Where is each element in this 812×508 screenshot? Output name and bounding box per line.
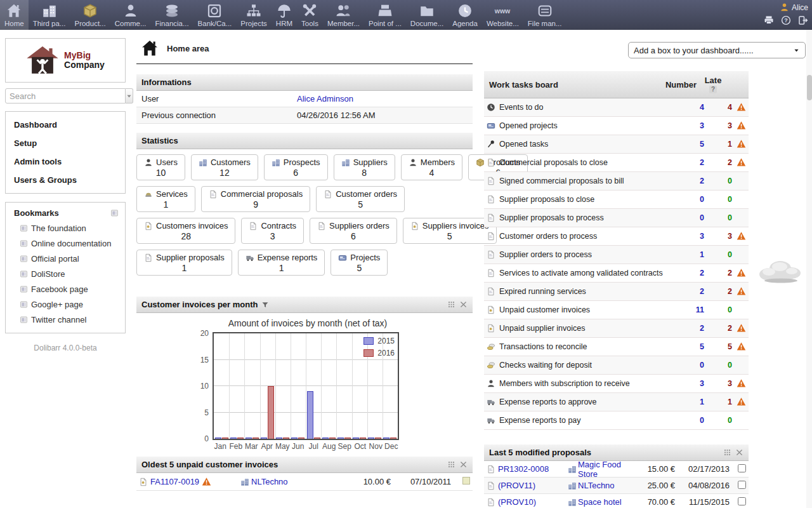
sidebar-item-users-groups[interactable]: Users & Groups [6,171,125,189]
statbox-supplier-proposals[interactable]: Supplier proposals 1 [136,250,232,276]
add-box-select[interactable]: Add a box to your dashboard...... [628,42,806,58]
statbox-prospects[interactable]: Prospects 6 [264,154,328,180]
proposal-checkbox[interactable] [738,497,746,505]
statbox-users[interactable]: Users 10 [136,154,185,180]
close-box-icon[interactable] [735,448,743,457]
work-task-late[interactable]: 0 [704,250,732,259]
bookmark-dolistore[interactable]: DoliStore [6,266,125,281]
menu-item-hrm[interactable]: HRM [272,0,297,30]
work-task-late[interactable]: 4 [704,103,732,112]
move-box-icon[interactable] [447,460,455,469]
help-icon[interactable] [781,15,791,25]
move-box-icon[interactable] [447,300,455,309]
statbox-services[interactable]: Services 1 [136,186,195,212]
close-box-icon[interactable] [459,460,468,469]
menu-item-financia[interactable]: Financia... [151,0,193,30]
menu-item-home[interactable]: Home [0,0,29,30]
statbox-customer-orders[interactable]: Customer orders 5 [316,186,405,212]
proposal-company[interactable]: Magic Food Store [578,460,636,479]
menu-item-member[interactable]: Member... [323,0,364,30]
work-task-number[interactable]: 0 [676,361,704,370]
statbox-customers-invoices[interactable]: Customers invoices 28 [136,218,235,244]
statbox-suppliers-invoices[interactable]: Suppliers invoices 5 [403,218,497,244]
proposal-checkbox[interactable] [738,464,746,472]
filter-icon[interactable] [261,301,269,309]
late-help-icon[interactable]: ? [709,86,717,93]
work-task-late[interactable]: 0 [704,305,732,314]
bookmark-official-portal[interactable]: Official portal [6,251,125,266]
menu-item-file-man[interactable]: File man... [523,0,566,30]
move-box-icon[interactable] [723,448,731,457]
bookmark-the-foundation[interactable]: The foundation [6,220,125,236]
proposal-company[interactable]: NLTechno [578,481,615,490]
statbox-contracts[interactable]: Contracts 3 [241,218,304,244]
close-box-icon[interactable] [459,300,468,309]
statbox-members[interactable]: Members 4 [401,154,462,180]
work-task-late[interactable]: 0 [704,416,732,425]
work-task-late[interactable]: 1 [704,140,732,149]
bookmark-icon[interactable] [110,209,119,217]
bookmark-online-documentation[interactable]: Online documentation [6,236,125,251]
work-task-number[interactable]: 2 [676,324,704,333]
menu-item-point-of[interactable]: Point of ... [364,0,406,30]
work-task-late[interactable]: 0 [704,361,732,370]
work-task-late[interactable]: 2 [704,158,732,167]
work-task-number[interactable]: 3 [676,232,704,241]
statbox-expense-reports[interactable]: Expense reports 1 [238,250,325,276]
bookmark-google-page[interactable]: Google+ page [6,297,125,312]
work-task-late[interactable]: 0 [704,213,732,222]
work-task-number[interactable]: 2 [676,269,704,277]
work-task-late[interactable]: 2 [704,324,732,333]
printer-icon[interactable] [764,15,774,25]
menu-item-agenda[interactable]: Agenda [448,0,482,30]
work-task-number[interactable]: 11 [676,305,704,314]
work-task-late[interactable]: 3 [704,379,732,388]
statbox-customers[interactable]: Customers 12 [191,154,258,180]
statbox-suppliers-orders[interactable]: Suppliers orders 6 [310,218,397,244]
work-task-number[interactable]: 1 [676,398,704,406]
menu-item-product[interactable]: Product... [70,0,110,30]
menu-item-comme[interactable]: Comme... [110,0,151,30]
bookmark-twitter-channel[interactable]: Twitter channel [6,312,125,327]
work-task-late[interactable]: 0 [704,177,732,185]
menu-item-tools[interactable]: Tools [297,0,323,30]
menu-item-third-pa[interactable]: Third pa... [29,0,70,30]
work-task-number[interactable]: 3 [676,121,704,130]
statbox-commercial-proposals[interactable]: Commercial proposals 9 [201,186,310,212]
sidebar-item-dashboard[interactable]: Dashboard [6,116,125,134]
work-task-number[interactable]: 1 [676,250,704,259]
user-menu[interactable]: Alice [764,3,808,12]
work-task-late[interactable]: 5 [704,342,732,351]
work-task-number[interactable]: 2 [676,158,704,167]
bookmark-facebook-page[interactable]: Facebook page [6,281,125,297]
work-task-number[interactable]: 3 [676,379,704,388]
work-task-late[interactable]: 2 [704,269,732,277]
work-task-number[interactable]: 0 [676,213,704,222]
info-value[interactable]: Alice Adminson [297,94,353,104]
sidebar-item-admin-tools[interactable]: Admin tools [6,152,125,171]
statbox-projects[interactable]: Projects 5 [331,250,388,276]
scrollbar-thumb[interactable] [807,75,812,100]
work-task-number[interactable]: 2 [676,177,704,185]
search-dropdown-button[interactable] [126,88,133,104]
logout-icon[interactable] [798,15,808,25]
invoice-ref[interactable]: FA1107-0019 [150,477,199,486]
proposal-ref[interactable]: (PROV11) [498,481,535,490]
sidebar-item-setup[interactable]: Setup [6,134,125,152]
work-task-number[interactable]: 4 [676,103,704,112]
proposal-company[interactable]: Space hotel [578,497,622,507]
menu-item-website[interactable]: Website... [482,0,523,30]
work-task-late[interactable]: 1 [704,398,732,406]
work-task-number[interactable]: 0 [676,416,704,425]
work-task-number[interactable]: 0 [676,195,704,204]
work-task-number[interactable]: 5 [676,140,704,149]
work-task-late[interactable]: 3 [704,121,732,130]
work-task-late[interactable]: 3 [704,232,732,241]
work-task-late[interactable]: 2 [704,287,732,296]
menu-item-bank-ca[interactable]: Bank/Ca... [193,0,237,30]
proposal-checkbox[interactable] [738,481,746,489]
proposal-ref[interactable]: (PROV10) [498,497,536,507]
proposal-ref[interactable]: PR1302-0008 [498,464,549,474]
work-task-number[interactable]: 2 [676,287,704,296]
work-task-number[interactable]: 5 [676,342,704,351]
